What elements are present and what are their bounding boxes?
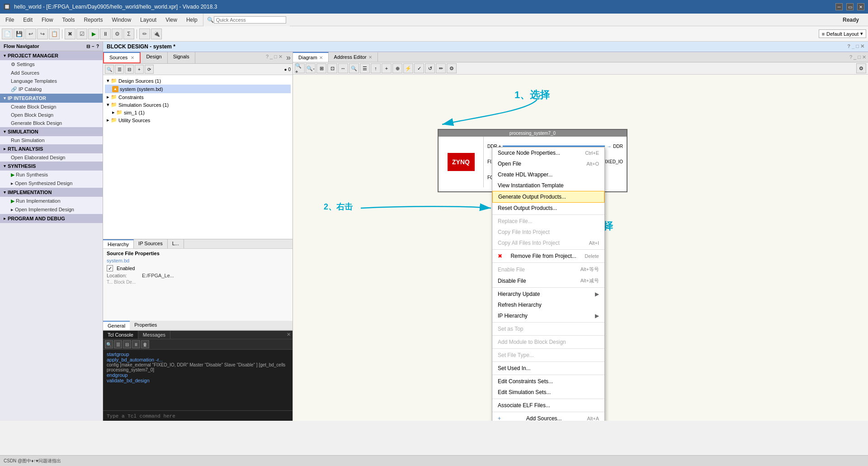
diagram-float-icon[interactable]: □ <box>858 54 861 60</box>
ctx-edit-constraints[interactable]: Edit Constraints Sets... <box>492 376 604 387</box>
menu-file[interactable]: File <box>2 16 18 24</box>
nav-item-add-sources[interactable]: Add Sources <box>0 69 103 77</box>
pan-button[interactable]: ↔ <box>338 63 348 73</box>
sources-collapse-button[interactable]: ⊟ <box>125 65 134 74</box>
pencil-button[interactable]: ✏ <box>139 29 150 39</box>
zoom-out-button[interactable]: 🔍- <box>306 63 316 73</box>
bd-float-icon[interactable]: □ <box>856 43 859 49</box>
nav-section-simulation[interactable]: ▾ SIMULATION <box>0 127 103 136</box>
nav-item-run-simulation[interactable]: Run Simulation <box>0 136 103 144</box>
ctx-set-used-in[interactable]: Set Used In... <box>492 363 604 374</box>
ip-sources-tab[interactable]: IP Sources <box>134 239 168 248</box>
ctx-refresh-hierarchy[interactable]: Refresh Hierarchy <box>492 300 604 310</box>
diagram-canvas[interactable]: processing_system7_0 ZYNQ DDR + → DD <box>293 75 868 416</box>
tcl-close-icon[interactable]: ✕ <box>285 331 292 339</box>
up-button[interactable]: ↑ <box>371 63 381 73</box>
ctx-open-file[interactable]: Open File Alt+O <box>492 158 604 169</box>
ctx-create-hdl-wrapper[interactable]: Create HDL Wrapper... <box>492 169 604 180</box>
fit-button[interactable]: ⊞ <box>316 63 326 73</box>
ctx-add-sources[interactable]: + Add Sources... Alt+A <box>492 413 604 421</box>
restore-button[interactable]: ▭ <box>846 3 854 10</box>
diag-settings-button[interactable]: ⚙ <box>856 63 866 73</box>
ctx-remove-file[interactable]: ✖ Remove File from Project... Delete <box>492 251 604 262</box>
hierarchy-tab[interactable]: Hierarchy <box>103 239 134 248</box>
run-automation-button[interactable]: ⚡ <box>403 63 413 73</box>
tcl-input-field[interactable] <box>107 414 289 419</box>
ctx-edit-simulation[interactable]: Edit Simulation Sets... <box>492 387 604 398</box>
delete-button[interactable]: ✖ <box>65 29 75 39</box>
ctx-disable-file[interactable]: Disable File Alt+减号 <box>492 275 604 286</box>
flow-nav-minus-icon[interactable]: − <box>92 44 94 49</box>
bd-close-icon[interactable]: ✕ <box>860 43 864 49</box>
tcl-clear-button[interactable]: 🗑 <box>141 340 149 348</box>
menu-help[interactable]: Help <box>183 16 201 24</box>
ctx-generate-output-products[interactable]: Generate Output Products... <box>492 191 604 203</box>
sources-expand-icon[interactable]: » <box>284 52 292 63</box>
quick-search-input[interactable] <box>214 16 286 24</box>
nav-section-synthesis[interactable]: ▾ SYNTHESIS <box>0 162 103 171</box>
nav-item-run-synthesis[interactable]: ▶ Run Synthesis <box>0 171 103 179</box>
nav-item-open-elaborated[interactable]: Open Elaborated Design <box>0 153 103 162</box>
minimize-button[interactable]: ─ <box>835 3 843 10</box>
nav-item-open-synthesized[interactable]: ▸ Open Synthesized Design <box>0 179 103 188</box>
sources-help-icon[interactable]: ? <box>266 54 269 59</box>
zoom-select-button[interactable]: ⊡ <box>327 63 337 73</box>
properties-diag-button[interactable]: ⚙ <box>447 63 457 73</box>
properties-tab[interactable]: Properties <box>130 321 161 330</box>
ctx-hierarchy-update[interactable]: Hierarchy Update ▶ <box>492 289 604 300</box>
libraries-tab[interactable]: L... <box>168 239 184 248</box>
signals-tab[interactable]: Signals <box>168 52 195 63</box>
run-button[interactable]: ▶ <box>88 29 99 39</box>
sources-filter-button[interactable]: ☰ <box>115 65 124 74</box>
edit-button[interactable]: ✏ <box>436 63 446 73</box>
enabled-checkbox[interactable]: ✓ <box>107 265 113 271</box>
undo-button[interactable]: ↩ <box>25 29 36 39</box>
bd-help-icon[interactable]: ? <box>847 43 850 49</box>
add-module-button[interactable]: ⊕ <box>392 63 402 73</box>
tcl-collapse-button[interactable]: ⊟ <box>123 340 131 348</box>
tree-constraints[interactable]: ▸ 📁 Constraints <box>105 93 291 101</box>
tree-design-sources[interactable]: ▾ 📁 Design Sources (1) <box>105 77 291 85</box>
nav-item-language-templates[interactable]: Language Templates <box>0 77 103 85</box>
nav-item-settings[interactable]: ⚙ Settings <box>0 60 103 69</box>
nav-item-ip-catalog[interactable]: 🔗 IP Catalog <box>0 85 103 94</box>
sources-minimize-icon[interactable]: _ <box>270 54 273 59</box>
plugin-button[interactable]: 🔌 <box>151 29 162 39</box>
address-editor-tab[interactable]: Address Editor ✕ <box>329 52 378 62</box>
sources-add-button[interactable]: + <box>135 65 144 74</box>
hierarchy-button[interactable]: ☰ <box>360 63 370 73</box>
layout-dropdown[interactable]: ≡ Default Layout ▾ <box>819 29 866 38</box>
diagram-tab-close[interactable]: ✕ <box>319 55 323 60</box>
tree-simulation-sources[interactable]: ▾ 📁 Simulation Sources (1) <box>105 101 291 109</box>
zoom-in-button[interactable]: 🔍+ <box>295 63 305 73</box>
ctx-ip-hierarchy[interactable]: IP Hierarchy ▶ <box>492 310 604 321</box>
menu-edit[interactable]: Edit <box>19 16 36 24</box>
checkbox-button[interactable]: ☑ <box>76 29 87 39</box>
sources-refresh-button[interactable]: ⟳ <box>145 65 154 74</box>
nav-item-run-implementation[interactable]: ▶ Run Implementation <box>0 197 103 205</box>
diagram-help-icon[interactable]: ? <box>849 54 852 60</box>
refresh-button[interactable]: ↺ <box>425 63 435 73</box>
messages-tab[interactable]: Messages <box>138 331 170 339</box>
design-tab[interactable]: Design <box>141 52 167 63</box>
nav-item-open-block-design[interactable]: Open Block Design <box>0 111 103 119</box>
sources-float-icon[interactable]: □ <box>274 54 277 59</box>
ctx-source-node-properties[interactable]: Source Node Properties... Ctrl+E <box>492 147 604 158</box>
menu-window[interactable]: Window <box>108 16 135 24</box>
ctx-associate-elf[interactable]: Associate ELF Files... <box>492 400 604 411</box>
diagram-tab[interactable]: Diagram ✕ <box>293 52 329 62</box>
sum-button[interactable]: Σ <box>123 29 134 39</box>
diagram-close-icon[interactable]: ✕ <box>862 54 866 60</box>
nav-section-ip-integrator[interactable]: ▾ IP INTEGRATOR <box>0 94 103 103</box>
ctx-reset-output-products[interactable]: Reset Output Products... <box>492 203 604 214</box>
tcl-filter-button[interactable]: ☰ <box>114 340 122 348</box>
bd-minimize-icon[interactable]: _ <box>852 43 854 49</box>
tcl-pause-button[interactable]: ⏸ <box>132 340 140 348</box>
sources-close-icon[interactable]: ✕ <box>278 54 283 59</box>
sources-tab-close[interactable]: ✕ <box>131 55 134 60</box>
tree-utility-sources[interactable]: ▸ 📁 Utility Sources <box>105 116 291 124</box>
add-ip-button[interactable]: + <box>382 63 392 73</box>
nav-section-project-manager[interactable]: ▾ PROJECT MANAGER <box>0 51 103 60</box>
ctx-view-instantiation[interactable]: View Instantiation Template <box>492 180 604 191</box>
menu-flow[interactable]: Flow <box>38 16 57 24</box>
